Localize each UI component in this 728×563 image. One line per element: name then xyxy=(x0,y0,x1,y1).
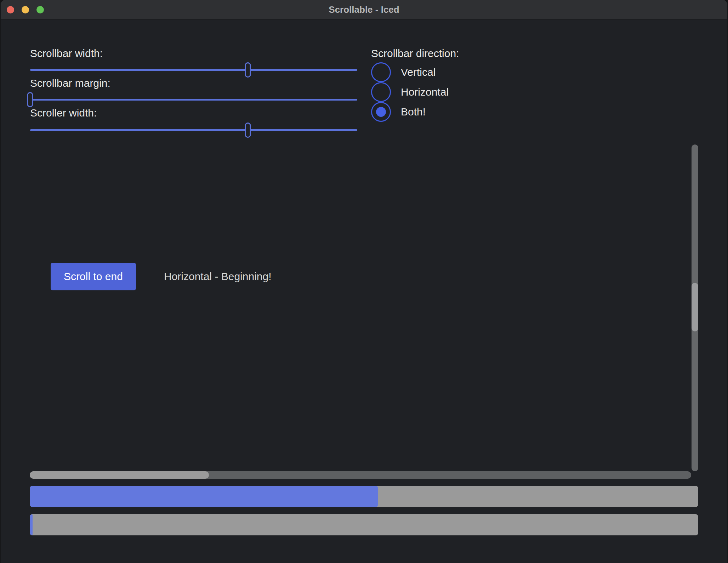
scroller-width-slider[interactable] xyxy=(30,123,357,138)
zoom-button[interactable] xyxy=(36,6,44,13)
horizontal-progress-bar xyxy=(30,486,698,507)
scrollbar-margin-label: Scrollbar margin: xyxy=(30,77,110,89)
scrollbar-direction-label: Scrollbar direction: xyxy=(371,47,459,59)
scroll-to-end-button[interactable]: Scroll to end xyxy=(51,263,136,290)
vertical-scrollbar-thumb[interactable] xyxy=(692,283,698,331)
radio-both[interactable]: Both! xyxy=(371,102,426,122)
window-title: Scrollable - Iced xyxy=(1,0,727,19)
slider-rail[interactable] xyxy=(30,69,357,71)
vertical-progress-bar xyxy=(30,514,698,535)
traffic-lights xyxy=(7,6,44,13)
progress-fill xyxy=(30,514,33,535)
horizontal-scrollbar-thumb[interactable] xyxy=(30,471,209,479)
slider-handle[interactable] xyxy=(245,62,251,78)
radio-horizontal-label: Horizontal xyxy=(401,86,449,98)
vertical-scrollbar-track[interactable] xyxy=(692,144,698,471)
horizontal-scrollbar-track[interactable] xyxy=(30,471,691,479)
slider-rail[interactable] xyxy=(30,129,357,131)
scrollbar-margin-slider[interactable] xyxy=(30,92,357,107)
progress-fill xyxy=(30,486,378,507)
app-window: Scrollable - Iced Scrollbar width: Scrol… xyxy=(0,0,728,563)
slider-rail[interactable] xyxy=(30,99,357,101)
scroll-status-text: Horizontal - Beginning! xyxy=(164,263,272,290)
radio-vertical[interactable]: Vertical xyxy=(371,62,436,82)
radio-dot-icon xyxy=(376,107,386,117)
scrollbar-width-slider[interactable] xyxy=(30,62,357,78)
scroller-width-label: Scroller width: xyxy=(30,107,97,119)
radio-horizontal[interactable]: Horizontal xyxy=(371,82,449,102)
close-button[interactable] xyxy=(7,6,14,13)
radio-vertical-label: Vertical xyxy=(401,66,436,78)
minimize-button[interactable] xyxy=(22,6,29,13)
slider-handle[interactable] xyxy=(27,92,33,107)
radio-both-label: Both! xyxy=(401,106,426,118)
titlebar: Scrollable - Iced xyxy=(1,0,727,19)
radio-circle-icon[interactable] xyxy=(371,62,391,82)
radio-circle-icon[interactable] xyxy=(371,82,391,102)
radio-circle-icon[interactable] xyxy=(371,102,391,122)
scrollbar-width-label: Scrollbar width: xyxy=(30,47,103,59)
slider-handle[interactable] xyxy=(245,123,251,138)
